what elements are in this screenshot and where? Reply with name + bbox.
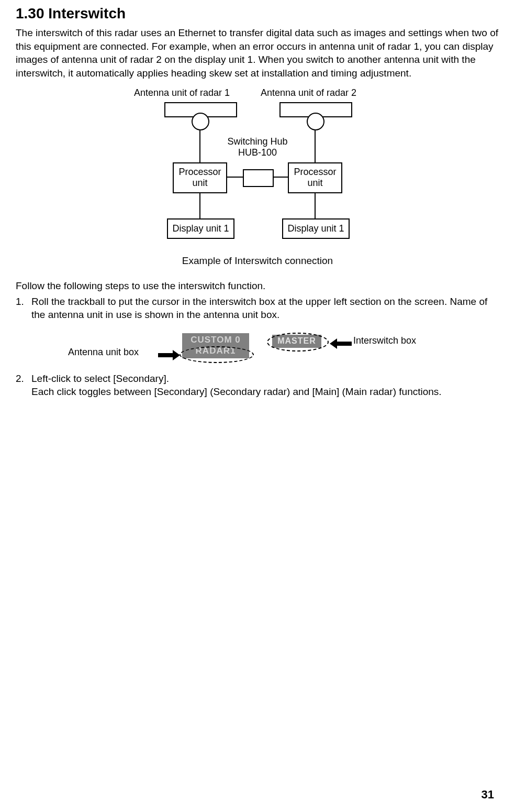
antenna-1-mount — [192, 113, 209, 130]
display-label: Display unit 1 — [287, 223, 344, 234]
step-number: 1. — [16, 295, 31, 322]
hub-box — [243, 169, 274, 187]
hub-label: Switching Hub HUB-100 — [218, 136, 297, 159]
processor-unit-1: Processor unit — [173, 162, 227, 193]
section-heading: 1.30 Interswitch — [16, 5, 499, 22]
arrow-left-icon — [330, 338, 352, 349]
highlight-ellipse — [267, 333, 329, 352]
display-unit-2: Display unit 1 — [282, 218, 350, 239]
page-number: 31 — [482, 788, 494, 802]
step-text: Roll the trackball to put the cursor in … — [31, 295, 499, 322]
step-1: 1. Roll the trackball to put the cursor … — [16, 295, 499, 322]
hub-label-line2: HUB-100 — [238, 147, 277, 158]
custom-line1: CUSTOM 0 — [191, 335, 241, 345]
ui-illustration: Antenna unit box CUSTOM 0 RADAR1 MASTER … — [16, 326, 499, 368]
antenna-2-label: Antenna unit of radar 2 — [261, 87, 356, 98]
connector-line — [199, 130, 200, 162]
highlight-ellipse — [180, 346, 254, 363]
connector-line — [315, 192, 316, 218]
intro-paragraph: The interswitch of this radar uses an Et… — [16, 26, 499, 80]
antenna-2-mount — [307, 113, 324, 130]
connector-line — [315, 130, 316, 162]
step-text: Left-click to select [Secondary]. Each c… — [31, 372, 499, 399]
instructions-lead: Follow the following steps to use the in… — [16, 280, 499, 292]
interswitch-diagram: Antenna unit of radar 1 Antenna unit of … — [16, 86, 499, 277]
hub-label-line1: Switching Hub — [227, 136, 287, 147]
connector-line — [226, 177, 243, 178]
step-2: 2. Left-click to select [Secondary]. Eac… — [16, 372, 499, 399]
interswitch-box-label: Interswitch box — [353, 335, 416, 346]
display-unit-1: Display unit 1 — [167, 218, 234, 239]
processor-label: Processor unit — [289, 167, 341, 188]
antenna-unit-box-label: Antenna unit box — [68, 347, 139, 358]
display-label: Display unit 1 — [172, 223, 229, 234]
step-number: 2. — [16, 372, 31, 399]
connector-line — [273, 177, 288, 178]
processor-unit-2: Processor unit — [288, 162, 342, 193]
processor-label: Processor unit — [174, 167, 226, 188]
connector-line — [199, 192, 200, 218]
diagram-caption: Example of Interswitch connection — [127, 255, 388, 267]
arrow-right-icon — [158, 350, 180, 360]
antenna-1-label: Antenna unit of radar 1 — [134, 87, 230, 98]
